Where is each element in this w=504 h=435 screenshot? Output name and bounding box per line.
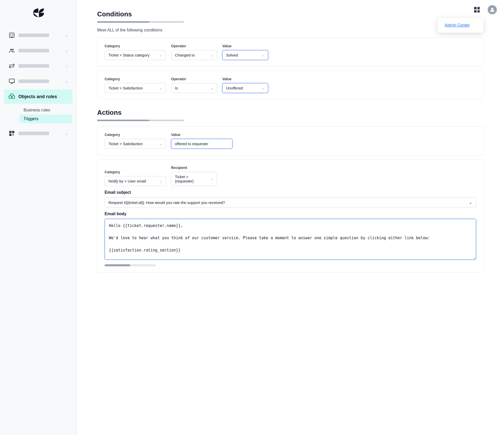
apps-icon <box>8 130 15 137</box>
sidebar-item-apps[interactable]: ⌄ <box>4 126 72 141</box>
svg-rect-16 <box>9 131 12 133</box>
condition-2-category-label: Category <box>105 77 166 81</box>
chevron-down-icon-4: ⌄ <box>65 79 68 83</box>
svg-rect-14 <box>9 96 12 98</box>
condition-row-2: Category Ticket > Satisfaction ⌄ Operato… <box>97 71 484 99</box>
condition-2-value-block: Value Unoffered ⌄ <box>222 77 268 93</box>
email-subject-select[interactable]: Request #{{ticket.id}}: How would you ra… <box>105 197 476 208</box>
chevron-down-icon-c1op: ⌄ <box>211 53 213 57</box>
svg-point-6 <box>10 49 12 50</box>
email-body-scrollbar[interactable] <box>105 264 156 266</box>
actions-progress-fill <box>97 120 149 121</box>
user-profile-button[interactable] <box>487 4 498 15</box>
condition-2-category-block: Category Ticket > Satisfaction ⌄ <box>105 77 166 93</box>
sidebar-subitem-business-rules[interactable]: Business rules <box>19 106 72 115</box>
chevron-down-icon-c1cat: ⌄ <box>160 53 162 57</box>
sidebar-item-people[interactable]: ⌄ <box>4 43 72 58</box>
avatar <box>488 5 497 14</box>
chevron-down-icon-a2rec: ⌄ <box>211 177 213 181</box>
condition-2-category-select[interactable]: Ticket > Satisfaction ⌄ <box>105 83 166 93</box>
logo <box>26 5 51 20</box>
sidebar-navigation: ⌄ ⌄ ⌄ <box>0 28 76 141</box>
condition-2-operator-select[interactable]: Is ⌄ <box>171 83 217 93</box>
chevron-down-icon-subject: ⌄ <box>469 200 472 205</box>
action-1-category-block: Category Ticket > Satisfaction ⌄ <box>105 133 166 149</box>
conditions-subtitle: Meet ALL of the following conditions <box>97 28 484 32</box>
email-body-textarea[interactable]: Hello {{ticket.requester.name}}, We'd lo… <box>105 219 476 260</box>
grid-menu-icon <box>474 7 480 13</box>
action-2-recipient-select[interactable]: Ticket > (requester) ⌄ <box>171 172 217 186</box>
svg-rect-17 <box>12 131 14 133</box>
conditions-title: Conditions <box>97 10 484 18</box>
chevron-down-icon: ⌄ <box>65 33 68 37</box>
sidebar-item-objects[interactable]: Objects and rules <box>4 89 72 104</box>
condition-1-operator-label: Operator <box>171 44 217 48</box>
objects-rules-icon <box>8 93 15 100</box>
condition-1-category-label: Category <box>105 44 166 48</box>
people-icon <box>8 47 15 54</box>
condition-1-value-label: Value <box>222 44 268 48</box>
main-content: Admin Center Conditions Meet ALL of the … <box>77 0 504 435</box>
chevron-down-icon-2: ⌄ <box>65 49 68 53</box>
chevron-down-icon-c2val: ⌄ <box>262 86 264 90</box>
admin-center-dropdown: Admin Center <box>438 18 484 33</box>
action-2-category-select[interactable]: Notify by > User email ⌄ <box>105 176 166 186</box>
svg-rect-19 <box>13 135 14 135</box>
chevron-down-icon-c2op: ⌄ <box>211 86 213 90</box>
action-2-recipient-label: Recipient <box>171 166 217 170</box>
action-row-notify: Category Notify by > User email ⌄ Recipi… <box>97 159 484 273</box>
admin-center-link[interactable]: Admin Center <box>440 20 481 31</box>
condition-1-value-block: Value Solved ⌄ <box>222 44 268 60</box>
sidebar-subitem-triggers[interactable]: Triggers <box>19 115 72 123</box>
action-1-value-block: Value offered to requester <box>171 133 232 149</box>
sidebar-item-admin-label <box>18 33 49 37</box>
sidebar-item-apps-label <box>18 132 49 135</box>
condition-1-category-block: Category Ticket > Status category ⌄ <box>105 44 166 60</box>
email-subject-label: Email subject <box>105 190 476 195</box>
grid-menu-button[interactable] <box>471 4 483 15</box>
condition-2-operator-block: Operator Is ⌄ <box>171 77 217 93</box>
email-body-label: Email body <box>105 212 476 216</box>
sidebar-item-workspace-label <box>18 79 49 83</box>
chevron-down-icon-3: ⌄ <box>65 64 68 68</box>
sidebar: ⌄ ⌄ ⌄ <box>0 0 77 435</box>
actions-section: Actions Category Ticket > Satisfaction ⌄… <box>97 109 484 273</box>
email-body-scrollbar-thumb <box>105 264 130 266</box>
svg-rect-15 <box>12 96 15 98</box>
condition-1-operator-block: Operator Changed to ⌄ <box>171 44 217 60</box>
chevron-down-icon-a1cat: ⌄ <box>160 142 162 146</box>
svg-point-22 <box>491 8 493 10</box>
chevron-down-icon-c1val: ⌄ <box>262 53 264 57</box>
svg-rect-18 <box>9 134 12 136</box>
action-2-category-block: Category Notify by > User email ⌄ <box>105 170 166 186</box>
sidebar-subnav-objects: Business rules Triggers <box>4 106 72 123</box>
sidebar-item-objects-label: Objects and rules <box>18 94 57 99</box>
condition-1-value-select[interactable]: Solved ⌄ <box>222 50 268 60</box>
actions-title: Actions <box>97 109 484 117</box>
top-bar <box>465 0 504 19</box>
condition-2-value-select[interactable]: Unoffered ⌄ <box>222 83 268 93</box>
sidebar-item-admin[interactable]: ⌄ <box>4 28 72 42</box>
action-1-category-select[interactable]: Ticket > Satisfaction ⌄ <box>105 139 166 149</box>
email-body-area: Email body Hello {{ticket.requester.name… <box>105 212 476 261</box>
condition-row-1: Category Ticket > Status category ⌄ Oper… <box>97 38 484 66</box>
chevron-down-icon-c2cat: ⌄ <box>160 86 162 90</box>
chevron-down-icon-a2cat: ⌄ <box>160 179 162 183</box>
action-1-value-input[interactable]: offered to requester <box>171 139 232 149</box>
conditions-progress-bar <box>97 21 184 23</box>
svg-rect-1 <box>10 34 11 35</box>
svg-point-7 <box>12 49 14 50</box>
arrows-icon <box>8 62 15 70</box>
svg-rect-5 <box>11 37 13 38</box>
sidebar-item-channels[interactable]: ⌄ <box>4 59 72 73</box>
sidebar-item-people-label <box>18 49 49 52</box>
condition-1-category-select[interactable]: Ticket > Status category ⌄ <box>105 50 166 60</box>
condition-1-operator-select[interactable]: Changed to ⌄ <box>171 50 217 60</box>
sidebar-item-workspace[interactable]: ⌄ <box>4 74 72 88</box>
sidebar-item-channels-label <box>18 64 49 68</box>
building-icon <box>8 32 15 39</box>
svg-rect-2 <box>12 34 13 35</box>
action-2-category-label: Category <box>105 170 166 174</box>
action-1-category-label: Category <box>105 133 166 137</box>
zendesk-logo-icon <box>28 6 49 19</box>
